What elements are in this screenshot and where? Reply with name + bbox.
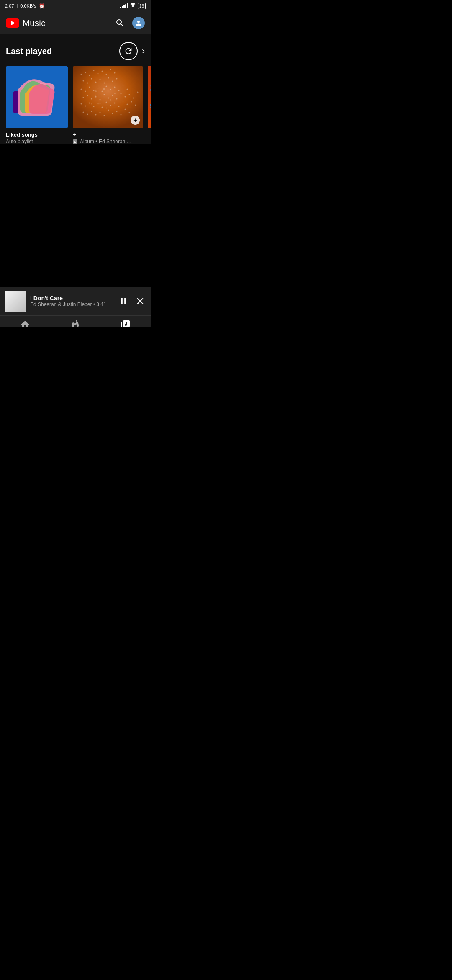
reload-button[interactable] [119, 42, 138, 60]
profile-icon [135, 19, 142, 27]
svg-point-47 [121, 93, 122, 94]
bottom-nav: Home Hotlist Library [0, 315, 151, 327]
mini-player-thumbnail: Ed Sheeran I Don'T CARE Justin Bieber [5, 291, 26, 312]
status-right: 16 [120, 3, 146, 9]
svg-point-40 [91, 98, 92, 100]
mini-player-controls [118, 296, 146, 307]
svg-point-33 [110, 89, 111, 90]
svg-point-28 [89, 87, 90, 88]
ed-sheeran-prefix: + [73, 132, 143, 138]
ed-sheeran-album-label: Album • Ed Sheeran … [80, 139, 132, 144]
svg-point-57 [102, 107, 103, 108]
svg-point-56 [98, 103, 99, 105]
svg-point-26 [81, 89, 82, 90]
liked-songs-art [6, 66, 68, 128]
svg-point-55 [93, 106, 95, 107]
svg-point-34 [114, 87, 116, 88]
youtube-logo [6, 18, 19, 28]
app-header: Music [0, 12, 151, 34]
mini-player[interactable]: Ed Sheeran I Don'T CARE Justin Bieber I … [0, 287, 151, 315]
logo-area: Music [6, 18, 46, 28]
app-title: Music [23, 18, 46, 28]
close-icon [135, 296, 146, 307]
svg-point-62 [123, 101, 124, 102]
signal-bar-2 [122, 6, 123, 8]
mini-player-text: I Don't Care Ed Sheeran & Justin Bieber … [30, 295, 114, 307]
svg-point-85 [91, 103, 92, 105]
svg-point-14 [106, 74, 107, 75]
status-bar: 2:07 | 0.0KB/s ⏰ 16 [0, 0, 151, 12]
search-button[interactable] [115, 18, 126, 28]
svg-point-84 [114, 93, 116, 94]
svg-point-13 [102, 71, 103, 72]
profile-button[interactable] [132, 17, 145, 29]
liked-songs-card[interactable]: Liked songs Auto playlist [6, 66, 68, 144]
svg-point-18 [87, 83, 88, 84]
svg-point-31 [102, 91, 103, 92]
svg-point-11 [93, 70, 95, 71]
nav-library[interactable]: Library [100, 317, 151, 327]
nav-home[interactable]: Home [0, 317, 50, 327]
section-header: Last played › [6, 42, 145, 60]
svg-point-77 [129, 112, 130, 113]
svg-point-59 [110, 105, 111, 106]
network-speed: | [16, 3, 18, 8]
mini-player-subtitle: Ed Sheeran & Justin Bieber • 3:41 [30, 302, 114, 307]
time: 2:07 [5, 3, 14, 8]
svg-point-79 [95, 90, 97, 92]
svg-point-54 [89, 103, 90, 104]
plus-badge: + [131, 116, 140, 125]
svg-rect-89 [5, 291, 26, 312]
svg-point-60 [114, 103, 116, 104]
main-content: Last played › [0, 34, 151, 144]
svg-text:Ed Sheeran: Ed Sheeran [7, 296, 19, 299]
wifi-icon [130, 3, 136, 9]
svg-point-75 [121, 114, 122, 116]
svg-point-27 [85, 91, 86, 92]
ed-sheeran-card[interactable]: + + E Album • Ed Sheeran … [73, 66, 143, 144]
svg-point-51 [137, 92, 139, 93]
svg-point-74 [116, 111, 118, 112]
svg-point-24 [112, 81, 113, 82]
svg-point-35 [118, 90, 120, 91]
svg-point-63 [127, 104, 128, 105]
svg-point-30 [98, 88, 99, 89]
see-all-button[interactable]: › [142, 46, 145, 57]
svg-point-61 [118, 106, 120, 107]
signal-bar-1 [120, 7, 121, 8]
svg-point-21 [100, 79, 101, 80]
pause-button[interactable] [118, 296, 129, 307]
reload-icon [124, 46, 133, 56]
close-button[interactable] [135, 296, 146, 307]
svg-point-42 [100, 99, 101, 101]
svg-point-48 [125, 96, 126, 98]
svg-text:Justin Bieber: Justin Bieber [7, 308, 19, 310]
svg-point-32 [106, 86, 107, 87]
svg-point-38 [83, 97, 84, 98]
liked-songs-thumbnail [6, 66, 68, 128]
partial-art: S si [148, 66, 151, 128]
svg-point-9 [85, 72, 86, 73]
svg-point-69 [95, 114, 97, 116]
svg-point-80 [110, 99, 111, 101]
svg-point-41 [95, 96, 97, 97]
liked-songs-title: Liked songs [6, 132, 68, 138]
svg-point-23 [108, 77, 109, 79]
svg-point-17 [83, 80, 84, 82]
svg-point-8 [81, 74, 82, 75]
svg-point-72 [108, 110, 109, 111]
black-section [0, 144, 151, 287]
svg-point-37 [127, 89, 128, 90]
home-icon [20, 320, 30, 327]
svg-point-67 [87, 114, 88, 115]
svg-point-45 [112, 95, 113, 96]
section-title: Last played [6, 46, 119, 56]
svg-point-39 [87, 95, 88, 96]
svg-point-19 [91, 78, 92, 80]
nav-hotlist[interactable]: Hotlist [50, 317, 100, 327]
svg-point-12 [98, 73, 99, 75]
partial-card[interactable]: S si [148, 66, 151, 144]
svg-point-29 [93, 90, 95, 91]
partial-thumbnail: S si [148, 66, 151, 128]
signal-bar-4 [125, 4, 126, 8]
